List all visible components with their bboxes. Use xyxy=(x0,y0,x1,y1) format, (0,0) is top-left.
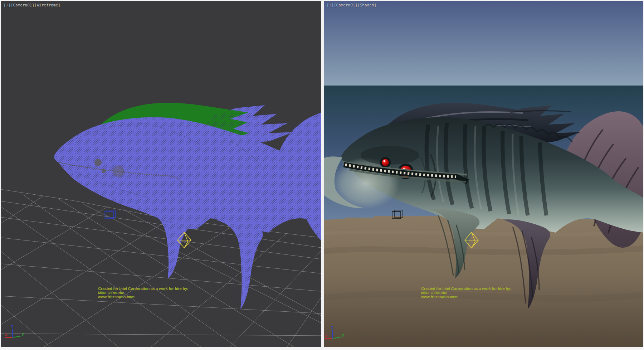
viewport-area: x y z [+][Camera01][Wireframe] Created f… xyxy=(0,0,644,350)
viewport-camera-menu[interactable]: [Camera01] xyxy=(11,3,34,8)
viewport-expand-control[interactable]: [+] xyxy=(4,3,11,8)
axis-y-label: y xyxy=(342,332,344,337)
axis-y-label: y xyxy=(22,331,24,336)
sky-backdrop xyxy=(324,1,643,86)
viewport-camera-menu[interactable]: [Camera01] xyxy=(334,3,357,8)
viewport-right-shaded[interactable]: x y z [+][Camera01][Shaded] Created for … xyxy=(324,1,643,347)
axis-z-label: z xyxy=(331,325,333,330)
watermark-text-right: Created for Intel Corporation as a work … xyxy=(421,287,511,299)
axis-x-label: x xyxy=(325,333,327,338)
axis-z-label: z xyxy=(11,324,14,329)
viewport-shading-menu[interactable]: [Shaded] xyxy=(357,3,376,8)
eye-left-small xyxy=(94,159,102,166)
axis-x-label: x xyxy=(5,332,8,337)
watermark-text-left: Created for Intel Corporation as a work … xyxy=(98,287,188,299)
viewport-label-left: [+][Camera01][Wireframe] xyxy=(4,3,60,8)
viewport-expand-control[interactable]: [+] xyxy=(327,3,334,8)
viewport-left-wireframe[interactable]: x y z [+][Camera01][Wireframe] Created f… xyxy=(1,1,321,347)
viewport-label-right: [+][Camera01][Shaded] xyxy=(327,3,376,8)
viewport-splitter[interactable] xyxy=(321,0,324,350)
viewport-shading-menu[interactable]: [Wireframe] xyxy=(34,3,60,8)
eye-red-small xyxy=(382,159,389,166)
